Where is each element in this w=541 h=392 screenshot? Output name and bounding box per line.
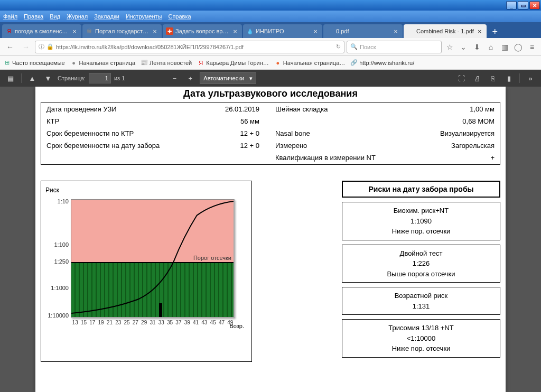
y-tick: 1:1000 (45, 285, 69, 291)
risk-note: Выше порога отсечки (346, 269, 497, 279)
risk-note: Ниже пор. отсечки (346, 226, 497, 237)
bookmark-label: Лента новостей (150, 60, 192, 66)
x-tick: 23 (114, 320, 123, 325)
pdf-page-input[interactable] (89, 73, 111, 83)
window-close-button[interactable]: ✕ (529, 1, 540, 10)
pdf-fullscreen[interactable]: ⛶ (455, 72, 468, 85)
risk-box: Возрастной риск1:131 (342, 287, 500, 315)
menu-tools[interactable]: Инструменты (126, 13, 162, 20)
browser-tab[interactable]: 🏛 Портал государст… × (82, 24, 162, 38)
tab-favicon (327, 27, 334, 35)
risk-value: 1:226 (346, 258, 497, 269)
tab-close-icon[interactable]: × (312, 27, 319, 35)
library-button[interactable]: ▥ (499, 41, 510, 53)
x-tick: 27 (131, 320, 139, 325)
tab-close-icon[interactable]: × (151, 27, 158, 35)
risk-value: 1:131 (346, 301, 497, 312)
shield-button[interactable]: ◯ (512, 41, 524, 53)
search-box[interactable]: 🔍 Поиск (347, 41, 442, 53)
pdf-save[interactable]: ⎘ (487, 72, 499, 85)
row-value: 56 мм (216, 116, 270, 127)
minimize-button[interactable]: _ (506, 1, 517, 10)
x-tick: 19 (97, 320, 105, 325)
pdf-page-down[interactable]: ▼ (42, 72, 54, 85)
x-tick: 17 (88, 320, 97, 325)
pdf-more[interactable]: » (524, 72, 537, 85)
star-button[interactable]: ☆ (444, 41, 455, 53)
tab-label: Задать вопрос вр… (175, 28, 229, 34)
browser-tab[interactable]: 💧 ИНВИТРО × (243, 24, 322, 38)
browser-tab[interactable]: Я погода в смоленс… × (2, 24, 81, 38)
bookmark-icon: ● (70, 59, 78, 67)
row-label: Срок беременности по КТР (42, 128, 214, 139)
risk-title: Трисомия 13/18 +NT (346, 323, 497, 333)
menu-view[interactable]: Вид (50, 13, 60, 20)
pdf-print[interactable]: 🖨 (471, 72, 483, 85)
bookmark-label: Карьера Димы Горин… (206, 60, 269, 66)
hamburger-menu[interactable]: ≡ (526, 41, 538, 53)
row-label: Измерено (271, 140, 407, 151)
address-bar[interactable]: ⓘ 🔒 https://lk.invitro.ru/lk2/lka/pdf/do… (35, 41, 344, 53)
tab-close-icon[interactable]: × (476, 27, 483, 35)
browser-tab[interactable]: ✚ Задать вопрос вр… × (163, 24, 242, 38)
bookmark-item[interactable]: ЯКарьера Димы Горин… (197, 59, 269, 67)
chart-y-title: Риск (45, 186, 245, 194)
menu-file[interactable]: Файл (3, 13, 17, 20)
risk-box: Биохим. риск+NT1:1090Ниже пор. отсечки (342, 202, 500, 240)
risk-box: Трисомия 13/18 +NT<1:10000Ниже пор. отсе… (342, 319, 500, 358)
bookmark-label: Начальная страница (79, 60, 135, 66)
download-button[interactable]: ⬇ (471, 41, 483, 53)
home-button[interactable]: ⌂ (485, 41, 497, 53)
y-tick: 1:250 (45, 258, 69, 265)
reload-button[interactable]: ↻ (336, 43, 341, 50)
tab-close-icon[interactable]: × (392, 27, 399, 35)
bookmarks-bar: ⊞Часто посещаемые●Начальная страница📰Лен… (0, 56, 541, 70)
pdf-page-label: Страница: (58, 75, 86, 81)
browser-tab[interactable]: 0.pdf × (323, 24, 403, 38)
risk-curve (71, 200, 234, 317)
menu-help[interactable]: Справка (168, 13, 191, 20)
menu-history[interactable]: Журнал (67, 13, 88, 20)
pdf-bookmark[interactable]: ▮ (502, 72, 515, 85)
tab-favicon: ✚ (166, 27, 173, 35)
tab-close-icon[interactable]: × (231, 27, 239, 35)
pdf-page-up[interactable]: ▲ (26, 72, 39, 85)
info-icon[interactable]: ⓘ (39, 43, 44, 51)
row-value: 1,00 мм (408, 104, 499, 115)
new-tab-button[interactable]: + (488, 25, 502, 38)
pdf-viewport[interactable]: Дата ультразвукового исследования Дата п… (0, 87, 541, 392)
back-button[interactable]: ← (3, 40, 17, 54)
menu-edit[interactable]: Правка (24, 13, 43, 20)
y-tick: 1:10000 (45, 312, 69, 319)
pdf-sidebar-toggle[interactable]: ▤ (4, 72, 17, 85)
bookmark-label: Начальная страница… (283, 60, 345, 66)
risk-chart: Риск 1:10 1:100 1:250 1:1000 1:10000 Пор… (41, 181, 252, 362)
bookmark-item[interactable]: 📰Лента новостей (141, 59, 192, 67)
bookmark-item[interactable]: ●Начальная страница (70, 59, 135, 67)
pdf-zoom-in[interactable]: + (184, 72, 197, 85)
bookmark-item[interactable]: ●Начальная страница… (274, 59, 345, 67)
pdf-page-total: из 1 (114, 75, 125, 81)
pdf-zoom-out[interactable]: − (168, 72, 181, 85)
row-value: 12 + 0 (216, 140, 270, 151)
menu-bookmarks[interactable]: Закладки (94, 13, 119, 20)
row-value: 12 + 0 (216, 128, 270, 139)
row-value: Загорельская (408, 140, 499, 151)
menu-bar: Файл Правка Вид Журнал Закладки Инструме… (0, 11, 541, 22)
row-label (271, 116, 407, 127)
bookmark-item[interactable]: ⊞Часто посещаемые (3, 59, 65, 67)
forward-button[interactable]: → (19, 40, 33, 54)
pdf-zoom-select[interactable]: Автоматически ▾ (200, 72, 256, 84)
tab-favicon (407, 27, 414, 35)
x-tick: 37 (174, 320, 183, 325)
maximize-button[interactable]: ▭ (518, 1, 528, 10)
bookmark-item[interactable]: 🔗http://www.ishariki.ru/ (350, 59, 414, 67)
x-ticks: 13151719212325272931333537394143454749 (71, 320, 235, 325)
browser-tab[interactable]: Combined Risk - 1.pdf × (404, 24, 487, 38)
tab-label: Портал государст… (95, 28, 149, 34)
pocket-button[interactable]: ⌄ (458, 41, 469, 53)
row-value: 0,68 MОM (408, 116, 499, 127)
bookmark-icon: Я (197, 59, 204, 67)
tab-close-icon[interactable]: × (71, 27, 78, 35)
risk-title: Биохим. риск+NT (346, 206, 497, 216)
